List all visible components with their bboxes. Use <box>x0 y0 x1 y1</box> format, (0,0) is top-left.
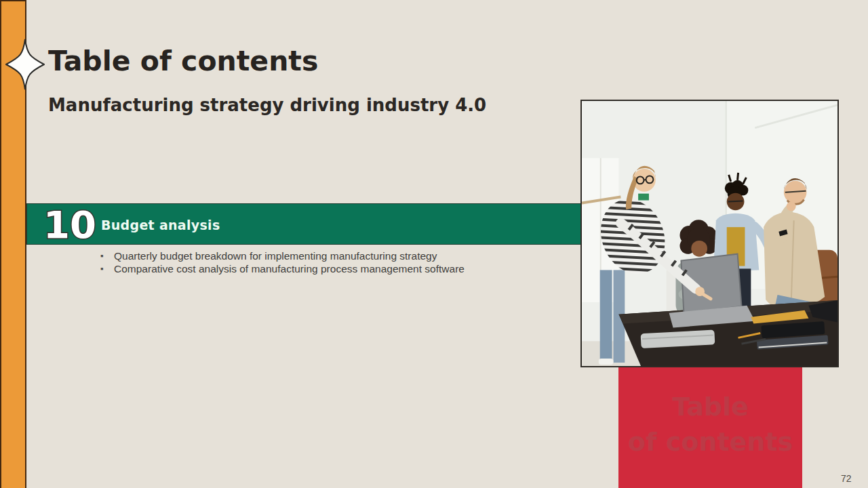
page-title: Table of contents <box>48 45 591 77</box>
watermark-line-2: of contents <box>618 424 802 460</box>
team-photo <box>580 100 839 367</box>
section-bullet-list: Quarterly budget breakdown for implement… <box>100 250 534 275</box>
section-heading: Budget analysis <box>101 218 220 232</box>
page-subtitle: Manufacturing strategy driving industry … <box>48 95 591 115</box>
section-number-text: 10 <box>43 203 96 247</box>
section-number: 10 <box>33 203 107 247</box>
sparkle-star-icon <box>5 39 45 90</box>
slide: Table of contents Manufacturing strategy… <box>0 0 868 488</box>
page-number: 72 <box>841 473 852 484</box>
team-photo-illustration <box>582 101 837 366</box>
toc-watermark-box: Table of contents <box>618 367 802 488</box>
sparkle-star-svg <box>5 39 45 90</box>
bullet-item: Quarterly budget breakdown for implement… <box>100 250 534 263</box>
bullet-item: Comparative cost analysis of manufacturi… <box>100 263 534 276</box>
section-banner: 10 Budget analysis <box>26 203 581 245</box>
watermark-line-1: Table <box>618 389 802 424</box>
